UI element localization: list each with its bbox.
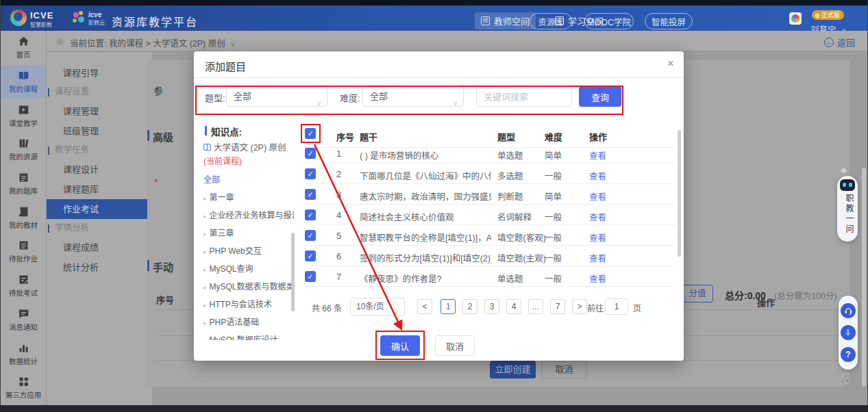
tree-node-all[interactable]: 全部 xyxy=(203,173,294,185)
help-icon[interactable]: ? xyxy=(841,347,856,362)
view-link[interactable]: 查看 xyxy=(589,190,606,203)
nav-teacher-label: 教师空间 xyxy=(494,14,530,27)
tree-node[interactable]: ▸第三章 xyxy=(203,227,294,238)
nav-teacher-space[interactable]: 师 教师空间 xyxy=(475,12,536,29)
logo2-title: icve xyxy=(88,11,101,18)
row-no: 5 xyxy=(336,231,341,241)
tree-arrow-icon: ▸ xyxy=(203,302,207,309)
select-all-checkbox[interactable]: ✓ xyxy=(305,128,316,139)
submenu-item-course-design[interactable]: 课程设计 xyxy=(47,159,152,179)
row-checkbox[interactable]: ✓ xyxy=(305,148,316,159)
next-page-button[interactable]: > xyxy=(572,299,587,314)
search-button[interactable]: 查询 xyxy=(579,86,621,107)
question-bank-icon xyxy=(18,172,29,183)
page-button-1[interactable]: 1 xyxy=(441,299,456,314)
course-submenu: 课程引导 课程设置 课程管理 班级管理 教学任务 课程设计 课程题库 作业考试 … xyxy=(47,52,152,405)
page-ellipsis[interactable]: ... xyxy=(528,299,543,314)
tree-node[interactable]: ▸企业经济业务核算与报告 xyxy=(203,209,294,220)
back-button[interactable]: ← 返回 xyxy=(824,36,855,49)
close-widget-icon[interactable]: × xyxy=(843,376,853,386)
back-arrow-icon: ← xyxy=(824,38,834,47)
row-checkbox[interactable]: ✓ xyxy=(305,230,316,241)
page-button-2[interactable]: 2 xyxy=(462,299,478,314)
page-button-7[interactable]: 7 xyxy=(550,299,565,314)
sidebar-item-question-bank[interactable]: 我的题库 xyxy=(1,167,46,201)
sidebar-item-pending-exams[interactable]: 待批考试 xyxy=(1,269,46,303)
confirm-button[interactable]: 确认 xyxy=(380,335,420,356)
view-link[interactable]: 查看 xyxy=(589,169,606,182)
row-difficulty: 简单 xyxy=(545,149,562,162)
row-checkbox[interactable]: ✓ xyxy=(305,168,316,179)
assistant-widget[interactable]: 职教一问 xyxy=(837,176,858,242)
sidebar-item-my-resources[interactable]: 我的资源 xyxy=(1,133,46,167)
view-link[interactable]: 查看 xyxy=(589,149,606,162)
submenu-item-homework-exam[interactable]: 作业考试 xyxy=(47,199,152,219)
row-checkbox[interactable]: ✓ xyxy=(305,209,316,220)
tree-node[interactable]: ▸MySQL数据表与数据类型 xyxy=(203,280,294,292)
keyword-search-input[interactable] xyxy=(476,86,572,107)
submenu-item-course-grades[interactable]: 课程成绩 xyxy=(47,237,152,257)
score-value-button[interactable]: 分值 xyxy=(682,285,713,302)
books-icon xyxy=(18,138,29,149)
submenu-item-class-manage[interactable]: 班级管理 xyxy=(47,121,152,141)
current-course-tag: (当前课程) xyxy=(203,155,294,166)
tree-node[interactable]: ▸PHP Web交互 xyxy=(203,244,294,256)
modal-cancel-button[interactable]: 取消 xyxy=(435,335,475,356)
resource-library-button[interactable]: 资源库 xyxy=(530,13,572,29)
view-link[interactable]: 查看 xyxy=(589,251,606,264)
sidebar-item-statistics[interactable]: 数据统计 xyxy=(1,337,46,371)
close-icon[interactable]: × xyxy=(667,57,674,70)
modal-scrollbar[interactable] xyxy=(678,130,681,257)
page-button-4[interactable]: 4 xyxy=(506,299,521,314)
download-icon[interactable]: ⇩ xyxy=(841,325,856,340)
sidebar-item-pending-homework[interactable]: 待批作业 xyxy=(1,235,46,269)
smart-cast-button[interactable]: 智能投屏 xyxy=(645,13,693,29)
row-stem: 下面哪几位是《八仙过海》中的八仙? xyxy=(360,169,491,182)
page-scrollbar[interactable] xyxy=(862,168,866,387)
mooc-college-button[interactable]: MOOC学院 xyxy=(584,13,634,29)
prev-page-button[interactable]: < xyxy=(417,299,432,314)
sidebar-item-classroom[interactable]: 课堂教学 xyxy=(1,99,46,133)
row-type: 名词解释 xyxy=(497,210,532,223)
goto-page-input[interactable] xyxy=(605,298,628,315)
view-link[interactable]: 查看 xyxy=(589,210,606,223)
submenu-item-course-guide[interactable]: 课程引导 xyxy=(47,63,152,83)
submenu-item-course-manage[interactable]: 课程管理 xyxy=(47,101,152,121)
row-type: 多选题 xyxy=(497,169,523,182)
sidebar-item-my-courses[interactable]: 我的课程 xyxy=(1,65,46,99)
tree-node-label: 第一章 xyxy=(210,193,234,203)
table-row: ✓ 3 唐太宗时期，政治清明，国力强盛史... 判断题 简单 查看 xyxy=(305,184,675,205)
sidebar-item-home[interactable]: 首页 xyxy=(1,31,46,65)
customer-service-icon[interactable] xyxy=(841,303,856,318)
home-icon xyxy=(18,36,29,47)
tree-node[interactable]: ▸PHP语法基础 xyxy=(203,316,294,327)
breadcrumb-path[interactable]: 当前位置: 我的课程 > 大学语文 (2P) 原创 xyxy=(70,39,225,49)
page-button-3[interactable]: 3 xyxy=(484,299,499,314)
background-cancel-button[interactable]: 取消 xyxy=(541,361,587,378)
view-link[interactable]: 查看 xyxy=(589,272,606,285)
tree-node-label: PHP Web交互 xyxy=(210,246,262,256)
row-checkbox[interactable]: ✓ xyxy=(305,271,316,282)
avatar[interactable] xyxy=(789,12,802,25)
create-now-button[interactable]: 立即创建 xyxy=(490,361,536,378)
view-link[interactable]: 查看 xyxy=(589,231,606,244)
sidebar-item-third-party-apps[interactable]: 第三方应用 xyxy=(1,371,46,405)
chevron-down-icon[interactable]: ∨ xyxy=(230,40,235,48)
row-checkbox[interactable]: ✓ xyxy=(305,250,316,261)
sidebar-item-textbooks[interactable]: 我的教材 xyxy=(1,201,46,235)
question-type-select[interactable]: 全部 ∨ xyxy=(226,86,327,107)
tree-scrollbar[interactable] xyxy=(291,233,295,311)
tree-node[interactable]: ▸MySQL数据库设计 xyxy=(203,333,294,340)
table-row: ✓ 4 简述社会主义核心价值观 名词解释 一般 查看 xyxy=(305,205,675,225)
submenu-item-course-question-bank[interactable]: 课程题库 xyxy=(47,179,152,199)
sidebar-item-notifications[interactable]: 消息通知 xyxy=(1,303,46,337)
sparkle-icon: ❋ xyxy=(841,166,847,175)
page-size-select[interactable]: 10条/页 ∨ xyxy=(350,298,405,316)
tree-node[interactable]: ▸HTTP与会话技术 xyxy=(203,298,294,309)
tree-course-node[interactable]: 大学语文 (2P) 原创 xyxy=(203,140,294,153)
tree-node[interactable]: ▸MySQL查询 xyxy=(203,262,294,274)
difficulty-select[interactable]: 全部 ∨ xyxy=(362,86,464,107)
row-checkbox[interactable]: ✓ xyxy=(305,189,316,200)
submenu-item-statistical-analysis[interactable]: 统计分析 xyxy=(47,257,152,277)
tree-node[interactable]: ▸第一章 xyxy=(203,191,294,203)
